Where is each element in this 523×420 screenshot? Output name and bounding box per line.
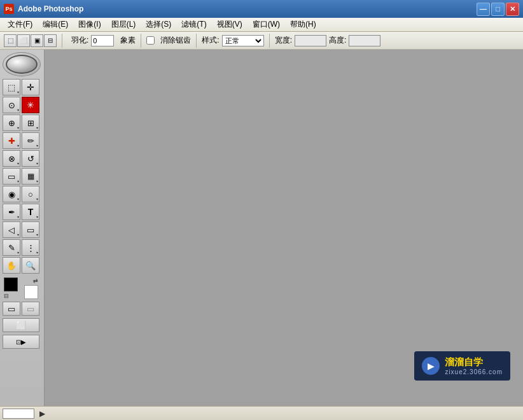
tool-row-6: ▭ ▾ ▦ ▾ (3, 168, 41, 185)
menu-image[interactable]: 图像(I) (73, 18, 106, 31)
screen-mode-row: ⬜ (3, 318, 41, 332)
app-title: Adobe Photoshop (18, 4, 83, 13)
gradient-icon: ▦ (27, 172, 34, 181)
brush-tool[interactable]: ✏ ▾ (22, 132, 39, 149)
notes-icon: ✎ (8, 243, 15, 253)
width-label: 宽度: (275, 35, 292, 46)
eraser-tool[interactable]: ▭ ▾ (3, 168, 20, 185)
imageready-btn[interactable]: ⊡ ▶ (3, 335, 39, 349)
status-arrow[interactable]: ▶ (37, 409, 47, 419)
text-tool[interactable]: T ▾ (22, 204, 39, 220)
fixed-ratio-btn[interactable]: ⬜ (17, 34, 30, 47)
options-divider-4 (269, 34, 270, 48)
anti-alias-area: 消除锯齿 (146, 35, 191, 46)
title-bar: Ps Adobe Photoshop — □ ✕ (0, 0, 523, 18)
lasso-icon: ⊙ (8, 101, 15, 110)
heal-tool[interactable]: ✚ ▾ (3, 132, 20, 149)
path-arrow: ▾ (17, 232, 19, 237)
eyedropper-arrow: ▾ (36, 250, 38, 255)
slice-tool[interactable]: ⊞ ▾ (22, 115, 39, 131)
eraser-icon: ▭ (8, 172, 15, 181)
zoom-tool[interactable]: 🔍 (22, 257, 39, 274)
watermark-main-text: 溜溜自学 (445, 356, 503, 368)
magic-wand-tool[interactable]: ✳ (22, 97, 39, 113)
move-icon: ✛ (27, 82, 34, 92)
move-tool[interactable]: ✛ (22, 79, 39, 95)
foreground-color[interactable]: ⊟ ⇄ (3, 276, 39, 300)
screen-mode-btn[interactable]: ⬜ (3, 318, 39, 332)
lasso-arrow: ▾ (17, 108, 19, 112)
blur-tool[interactable]: ◉ ▾ (3, 186, 20, 202)
menu-filter[interactable]: 滤镜(T) (176, 18, 211, 31)
fixed-size-btn[interactable]: ▣ (31, 34, 43, 47)
eyedropper-icon: ⋮ (27, 243, 35, 253)
tool-row-4: ✚ ▾ ✏ ▾ (3, 132, 41, 149)
title-bar-left: Ps Adobe Photoshop (4, 4, 83, 14)
height-label: 高度: (329, 35, 346, 46)
brush-arrow: ▾ (36, 143, 38, 148)
notes-tool[interactable]: ✎ ▾ (3, 239, 20, 256)
swap-colors-icon[interactable]: ⇄ (33, 277, 38, 284)
menu-edit[interactable]: 编辑(E) (38, 18, 73, 31)
menu-window[interactable]: 窗口(W) (248, 18, 285, 31)
standard-mode-btn[interactable]: ▭ (3, 302, 20, 316)
zoom-input[interactable] (3, 409, 34, 419)
quick-mask-btn[interactable]: ▭ (22, 302, 39, 316)
jump-arrow: ▶ (21, 339, 26, 346)
menu-view[interactable]: 视图(V) (212, 18, 248, 31)
pen-tool[interactable]: ✒ ▾ (3, 204, 20, 220)
stamp-icon: ⊗ (8, 154, 15, 164)
text-arrow: ▾ (36, 214, 38, 219)
menu-help[interactable]: 帮助(H) (285, 18, 321, 31)
rect-select-btn[interactable]: ⬚ (4, 34, 17, 47)
minimize-button[interactable]: — (477, 3, 490, 16)
intersect-btn[interactable]: ⊟ (44, 34, 57, 47)
shape-tool[interactable]: ▭ ▾ (22, 221, 39, 238)
screen-mode-icon: ⬜ (16, 321, 26, 330)
app-icon: Ps (4, 4, 14, 14)
stamp-arrow: ▾ (17, 161, 19, 165)
close-button[interactable]: ✕ (506, 3, 519, 16)
history-tool[interactable]: ↺ ▾ (22, 150, 39, 167)
reset-colors-icon[interactable]: ⊟ (4, 293, 9, 299)
anti-alias-checkbox[interactable] (146, 36, 155, 45)
options-divider-1 (62, 34, 62, 48)
title-bar-controls: — □ ✕ (477, 3, 519, 16)
background-color-swatch[interactable] (24, 285, 38, 299)
height-input[interactable] (349, 35, 380, 46)
foreground-color-swatch[interactable] (4, 277, 18, 291)
watermark-icon: ▶ (422, 357, 440, 375)
quick-mask-icon: ▭ (27, 304, 34, 314)
width-input[interactable] (295, 35, 326, 46)
history-icon: ↺ (27, 154, 34, 164)
eyedropper-tool[interactable]: ⋮ ▾ (22, 239, 39, 256)
dodge-tool[interactable]: ○ ▾ (22, 186, 39, 202)
menu-layer[interactable]: 图层(L) (106, 18, 141, 31)
canvas-area: ▶ 溜溜自学 zixue2.3066.com (45, 50, 523, 406)
feather-unit: 象素 (120, 35, 136, 46)
magic-wand-icon: ✳ (27, 100, 34, 110)
blur-icon: ◉ (8, 190, 15, 199)
crop-arrow: ▾ (17, 125, 19, 130)
hand-tool[interactable]: ✋ (3, 257, 20, 274)
marquee-tool[interactable]: ⬚ ▾ (3, 79, 20, 95)
tool-row-1: ⬚ ▾ ✛ (3, 79, 41, 95)
gradient-tool[interactable]: ▦ ▾ (22, 168, 39, 185)
marquee-arrow: ▾ (17, 90, 19, 94)
style-select[interactable]: 正常 固定比例 固定大小 (222, 35, 264, 46)
imageready-icon: ⊡ (16, 339, 21, 346)
crop-tool[interactable]: ⊕ ▾ (3, 115, 20, 131)
imageready-row: ⊡ ▶ (3, 335, 41, 349)
menu-select[interactable]: 选择(S) (141, 18, 176, 31)
gradient-arrow: ▾ (36, 179, 38, 183)
lasso-tool[interactable]: ⊙ ▾ (3, 97, 20, 113)
maximize-button[interactable]: □ (491, 3, 505, 16)
tool-row-11: ✋ 🔍 (3, 257, 41, 274)
feather-input[interactable] (91, 35, 114, 46)
shape-arrow: ▾ (36, 232, 38, 237)
menu-file[interactable]: 文件(F) (3, 18, 38, 31)
path-tool[interactable]: ◁ ▾ (3, 221, 20, 238)
blur-arrow: ▾ (17, 197, 19, 201)
pen-icon: ✒ (8, 207, 15, 217)
stamp-tool[interactable]: ⊗ ▾ (3, 150, 20, 167)
